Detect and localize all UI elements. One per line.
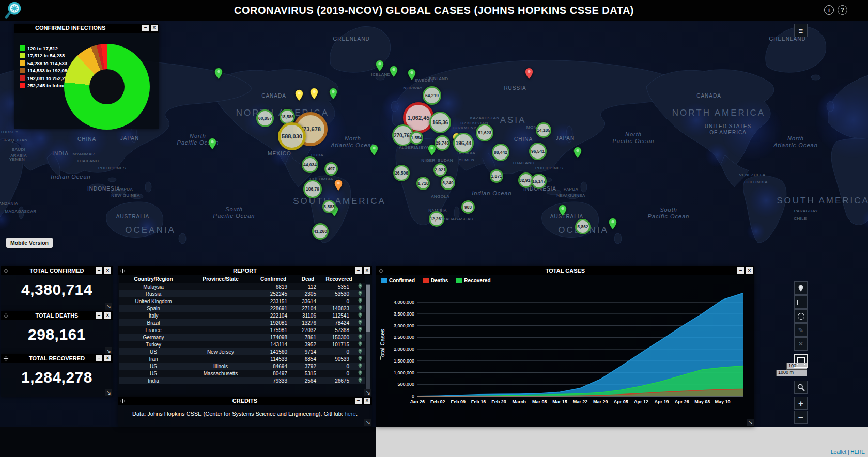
- scrollbar-thumb[interactable]: [366, 285, 370, 332]
- cell-marker[interactable]: [355, 334, 365, 341]
- table-row[interactable]: Brazil1920811327678424: [119, 319, 365, 326]
- cell-marker[interactable]: [355, 312, 365, 319]
- panel-titlebar[interactable]: CREDITS – ×: [118, 397, 372, 405]
- case-marker[interactable]: 16,147: [531, 174, 547, 189]
- minimize-button[interactable]: –: [355, 398, 362, 404]
- case-marker[interactable]: 106,79: [303, 180, 322, 198]
- case-marker[interactable]: 497: [324, 162, 338, 176]
- case-marker[interactable]: 29,746: [435, 135, 450, 151]
- case-marker[interactable]: 51,623: [476, 124, 493, 141]
- case-marker[interactable]: 60,857: [256, 109, 274, 127]
- map-pin[interactable]: [376, 60, 384, 74]
- layers-menu-button[interactable]: ≡: [794, 24, 808, 37]
- cell-marker[interactable]: [355, 297, 365, 305]
- map-pin[interactable]: [390, 66, 398, 80]
- table-row[interactable]: Russia252245230553530: [119, 290, 365, 297]
- leaflet-link[interactable]: Leaflet: [831, 449, 846, 455]
- resize-handle[interactable]: ↘: [364, 389, 371, 396]
- table-row[interactable]: Spain22869127104140823: [119, 305, 365, 312]
- cell-marker[interactable]: [355, 355, 365, 363]
- col-province[interactable]: Province/State: [188, 275, 253, 283]
- close-button[interactable]: ×: [104, 312, 111, 319]
- case-marker[interactable]: 88,442: [492, 144, 509, 161]
- mobile-version-button[interactable]: Mobile Version: [6, 238, 53, 248]
- panel-titlebar[interactable]: TOTAL RECOVERED – ×: [1, 354, 113, 363]
- draw-marker-button[interactable]: [794, 281, 808, 295]
- close-button[interactable]: ×: [104, 355, 111, 361]
- panel-titlebar[interactable]: TOTAL DEATHS – ×: [1, 311, 113, 320]
- case-marker[interactable]: 12,261: [429, 211, 444, 227]
- info-icon[interactable]: i: [824, 5, 834, 15]
- case-marker[interactable]: 1,871: [490, 169, 503, 183]
- case-marker[interactable]: 1,718: [416, 177, 430, 190]
- move-icon[interactable]: [120, 398, 126, 404]
- table-row[interactable]: Germany1740987861150300: [119, 334, 365, 341]
- close-button[interactable]: ×: [364, 398, 370, 404]
- magnifier-search-button[interactable]: [794, 381, 808, 394]
- close-button[interactable]: ×: [151, 25, 158, 31]
- map-pin[interactable]: [370, 144, 378, 158]
- case-marker[interactable]: 6,249: [441, 176, 455, 190]
- resize-handle[interactable]: ↘: [105, 347, 112, 354]
- case-marker[interactable]: 196,44: [453, 133, 474, 153]
- minimize-button[interactable]: –: [96, 267, 102, 274]
- resize-handle[interactable]: ↘: [105, 303, 112, 310]
- help-icon[interactable]: ?: [838, 5, 847, 15]
- col-recovered[interactable]: Recovered: [322, 275, 355, 283]
- case-marker[interactable]: 41,260: [312, 223, 329, 240]
- case-marker[interactable]: 2,021: [433, 163, 447, 177]
- map-pin[interactable]: [329, 88, 337, 102]
- map-pin[interactable]: [408, 69, 416, 83]
- map-pin[interactable]: [574, 147, 582, 161]
- map-pin[interactable]: [295, 89, 303, 103]
- map-pin[interactable]: [334, 179, 343, 193]
- map-pin[interactable]: [208, 138, 216, 152]
- panel-titlebar[interactable]: CONFIRMED INFECTIONS – ×: [14, 24, 159, 33]
- move-icon[interactable]: [3, 356, 9, 361]
- case-marker[interactable]: 14,185: [536, 122, 551, 138]
- case-marker[interactable]: 26,506: [393, 165, 410, 181]
- close-button[interactable]: ×: [364, 267, 370, 274]
- panel-titlebar[interactable]: TOTAL CONFIRMED – ×: [1, 266, 113, 275]
- cell-marker[interactable]: [355, 283, 365, 290]
- zoom-out-button[interactable]: −: [794, 411, 808, 424]
- draw-rectangle-button[interactable]: [794, 295, 808, 309]
- close-button[interactable]: ×: [746, 267, 753, 274]
- minimize-button[interactable]: –: [142, 25, 149, 31]
- col-country[interactable]: Country/Region: [119, 275, 188, 283]
- map-pin[interactable]: [609, 218, 617, 232]
- case-marker[interactable]: 1,554: [410, 131, 423, 145]
- col-dead[interactable]: Dead: [293, 275, 322, 283]
- case-marker[interactable]: 165,36: [429, 112, 451, 133]
- cell-marker[interactable]: [355, 348, 365, 355]
- minimize-button[interactable]: –: [737, 267, 744, 274]
- map-pin[interactable]: [525, 68, 533, 82]
- table-row[interactable]: USIllinois8469437920: [119, 363, 365, 370]
- github-link[interactable]: here: [345, 411, 356, 417]
- minimize-button[interactable]: –: [96, 355, 102, 361]
- cell-marker[interactable]: [355, 290, 365, 297]
- table-row[interactable]: Malaysia68191125351: [119, 283, 365, 290]
- resize-handle[interactable]: ↘: [364, 419, 371, 426]
- table-row[interactable]: USMassachusetts8049753150: [119, 370, 365, 377]
- move-icon[interactable]: [3, 313, 9, 319]
- case-marker[interactable]: 96,541: [529, 143, 547, 160]
- map-pin[interactable]: [214, 68, 223, 82]
- case-marker[interactable]: 44,034: [302, 156, 318, 173]
- cell-marker[interactable]: [355, 377, 365, 384]
- case-marker[interactable]: 5,862: [575, 219, 591, 234]
- move-icon[interactable]: [378, 268, 384, 274]
- table-row[interactable]: France1759812703257368: [119, 326, 365, 334]
- minimize-button[interactable]: –: [96, 312, 102, 319]
- table-row[interactable]: India79333256426675: [119, 377, 365, 384]
- cell-marker[interactable]: [355, 363, 365, 370]
- table-row[interactable]: Iran114533685490539: [119, 355, 365, 363]
- case-marker[interactable]: 588,030: [278, 122, 306, 150]
- cell-marker[interactable]: [355, 305, 365, 312]
- close-button[interactable]: ×: [104, 267, 111, 274]
- minimize-button[interactable]: –: [355, 267, 362, 274]
- case-marker[interactable]: 3,888: [322, 200, 336, 213]
- cell-marker[interactable]: [355, 341, 365, 348]
- move-icon[interactable]: [120, 268, 126, 274]
- table-row[interactable]: USNew Jersey14156097140: [119, 348, 365, 355]
